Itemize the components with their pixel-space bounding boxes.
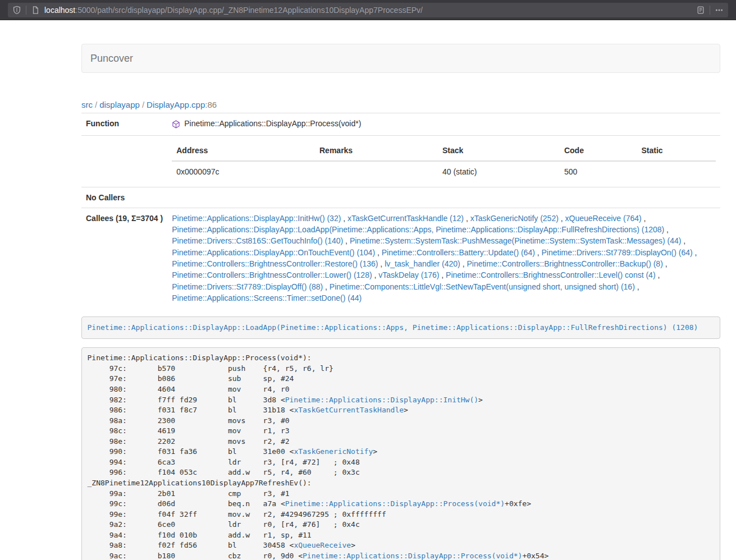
reader-mode-icon[interactable] bbox=[696, 6, 705, 15]
disassembly-text: 99a: 2b01 cmp r3, #1 bbox=[88, 489, 290, 498]
callee-separator: , bbox=[341, 214, 348, 223]
disassembly-text: 9a2: 6ce0 ldr r0, [r4, #76] ; 0x4c bbox=[88, 520, 360, 529]
stats-header-row: AddressRemarksStackCodeStatic bbox=[172, 140, 716, 161]
callee-link[interactable]: Pinetime::Applications::DisplayApp::OnTo… bbox=[172, 248, 375, 257]
callee-link[interactable]: Pinetime::Controllers::BrightnessControl… bbox=[467, 259, 662, 268]
highlighted-callee-link[interactable]: Pinetime::Applications::DisplayApp::Load… bbox=[88, 323, 698, 332]
callee-separator: , bbox=[464, 214, 470, 223]
function-name: Pinetime::Applications::DisplayApp::Proc… bbox=[184, 118, 361, 129]
no-callers-row: No Callers bbox=[81, 187, 720, 208]
urlbar-divider-right bbox=[710, 6, 710, 15]
function-row-label: Function bbox=[81, 113, 167, 136]
callee-link[interactable]: Pinetime::Controllers::Battery::Update()… bbox=[382, 248, 535, 257]
breadcrumb-link[interactable]: DisplayApp.cpp bbox=[147, 100, 205, 109]
brand-link[interactable]: Puncover bbox=[82, 44, 141, 72]
disassembly-text: +0xfe> bbox=[505, 499, 531, 508]
callee-separator: , bbox=[372, 270, 379, 279]
stats-value bbox=[315, 161, 438, 182]
callee-link[interactable]: Pinetime::System::SystemTask::PushMessag… bbox=[350, 236, 682, 245]
disassembly-text: 98e: 2202 movs r2, #2 bbox=[88, 437, 290, 446]
disassembly-symbol-link[interactable]: xQueueReceive bbox=[294, 541, 351, 549]
callee-link[interactable]: xTaskGetCurrentTaskHandle (12) bbox=[348, 214, 464, 223]
disassembly-text: 98c: 4619 mov r1, r3 bbox=[88, 426, 290, 435]
callee-link[interactable]: Pinetime::Drivers::St7789::DisplayOn() (… bbox=[542, 248, 693, 257]
stats-column-header: Remarks bbox=[315, 140, 438, 161]
disassembly-text: 994: 6ca3 ldr r3, [r4, #72] ; 0x48 bbox=[88, 458, 360, 466]
url-text[interactable]: localhost:5000/path/src/displayapp/Displ… bbox=[44, 6, 696, 15]
breadcrumb-separator: / bbox=[93, 100, 99, 109]
function-row: Function Pinetime::Applications::Display… bbox=[81, 113, 720, 136]
callee-separator: , bbox=[559, 214, 565, 223]
stats-value bbox=[637, 161, 716, 182]
page-icon[interactable] bbox=[31, 6, 40, 15]
callee-separator: , bbox=[460, 259, 467, 268]
breadcrumb-line-number: :86 bbox=[205, 100, 217, 109]
callee-separator: , bbox=[635, 282, 639, 291]
no-callers-label: No Callers bbox=[81, 187, 167, 208]
disassembly-text: 9ac: b180 cbz r0, 9d0 < bbox=[88, 552, 303, 560]
stats-value-row: 0x0000097c40 (static)500 bbox=[172, 161, 716, 182]
disassembly-symbol-link[interactable]: Pinetime::Applications::DisplayApp::Proc… bbox=[303, 552, 522, 560]
page-actions-menu-icon[interactable] bbox=[715, 6, 724, 15]
callee-separator: , bbox=[343, 236, 350, 245]
disassembly-text: > bbox=[373, 447, 377, 456]
disassembly-symbol-link[interactable]: Pinetime::Applications::DisplayApp::Init… bbox=[285, 396, 478, 404]
disassembly-symbol-link[interactable]: xTaskGenericNotify bbox=[294, 447, 373, 456]
callee-link[interactable]: lv_task_handler (420) bbox=[385, 259, 460, 268]
disassembly-text: 996: f104 053c add.w r5, r4, #60 ; 0x3c bbox=[88, 468, 360, 476]
stats-table: AddressRemarksStackCodeStatic 0x0000097c… bbox=[172, 140, 716, 182]
callee-separator: , bbox=[535, 248, 542, 257]
callee-link[interactable]: Pinetime::Controllers::BrightnessControl… bbox=[172, 259, 378, 268]
callee-separator: , bbox=[663, 259, 668, 268]
breadcrumb: src/displayapp/DisplayApp.cpp:86 bbox=[81, 100, 720, 109]
callee-link[interactable]: xTaskGenericNotify (252) bbox=[470, 214, 559, 223]
highlighted-callee-box: Pinetime::Applications::DisplayApp::Load… bbox=[81, 316, 720, 339]
stats-column-header: Address bbox=[172, 140, 315, 161]
callee-separator: , bbox=[375, 248, 382, 257]
disassembly-text: 9a4: f10d 010b add.w r1, sp, #11 bbox=[88, 531, 312, 539]
breadcrumb-separator: / bbox=[140, 100, 147, 109]
disassembly-text: 982: f7ff fd29 bl 3d8 < bbox=[88, 396, 285, 404]
callee-link[interactable]: Pinetime::Controllers::BrightnessControl… bbox=[446, 270, 655, 279]
disassembly-symbol-link[interactable]: xTaskGetCurrentTaskHandle bbox=[294, 406, 404, 414]
callee-separator: , bbox=[439, 270, 446, 279]
disassembly-text: > bbox=[478, 396, 483, 404]
breadcrumb-link[interactable]: src bbox=[81, 100, 93, 109]
stats-column-header: Static bbox=[637, 140, 716, 161]
disassembly-text: 99c: d06d beq.n a7a < bbox=[88, 499, 285, 508]
urlbar-divider bbox=[26, 6, 26, 15]
disassembly-text: 990: f031 fa36 bl 31e00 < bbox=[88, 447, 294, 456]
shield-icon[interactable] bbox=[12, 6, 21, 15]
url-bar[interactable]: localhost:5000/path/src/displayapp/Displ… bbox=[8, 3, 728, 17]
stats-column-header: Stack bbox=[438, 140, 560, 161]
callee-separator: , bbox=[656, 270, 660, 279]
callee-link[interactable]: Pinetime::Drivers::St7789::DisplayOff() … bbox=[172, 282, 323, 291]
url-host: localhost bbox=[44, 6, 75, 15]
disassembly-text: 980: 4604 mov r4, r0 bbox=[88, 385, 290, 393]
callee-link[interactable]: Pinetime::Components::LittleVgl::SetNewT… bbox=[330, 282, 635, 291]
callee-separator: , bbox=[693, 248, 697, 257]
function-name-wrap: Pinetime::Applications::DisplayApp::Proc… bbox=[172, 118, 361, 129]
callee-link[interactable]: Pinetime::Applications::DisplayApp::Load… bbox=[172, 225, 664, 234]
disassembly-text: 99e: f04f 32ff mov.w r2, #4294967295 ; 0… bbox=[88, 510, 386, 518]
callee-link[interactable]: Pinetime::Controllers::BrightnessControl… bbox=[172, 270, 372, 279]
function-table: Function Pinetime::Applications::Display… bbox=[81, 113, 720, 308]
disassembly-symbol-link[interactable]: Pinetime::Applications::DisplayApp::Proc… bbox=[285, 499, 505, 508]
disassembly-text: 97c: b570 push {r4, r5, r6, lr} bbox=[88, 364, 333, 373]
callee-separator: , bbox=[681, 236, 685, 245]
disassembly-text: +0x54> bbox=[522, 552, 548, 560]
callee-link[interactable]: xQueueReceive (764) bbox=[565, 214, 642, 223]
callee-link[interactable]: Pinetime::Applications::DisplayApp::Init… bbox=[172, 214, 341, 223]
disassembly-text: 97e: b086 sub sp, #24 bbox=[88, 374, 294, 383]
callee-link[interactable]: Pinetime::Drivers::Cst816S::GetTouchInfo… bbox=[172, 236, 343, 245]
breadcrumb-link[interactable]: displayapp bbox=[99, 100, 140, 109]
stats-value: 0x0000097c bbox=[172, 161, 315, 182]
disassembly-text: > bbox=[351, 541, 355, 549]
browser-chrome: localhost:5000/path/src/displayapp/Displ… bbox=[0, 0, 736, 20]
callee-link[interactable]: Pinetime::Applications::Screens::Timer::… bbox=[172, 293, 362, 302]
function-stats-row: AddressRemarksStackCodeStatic 0x0000097c… bbox=[81, 135, 720, 187]
disassembly-text: > bbox=[404, 406, 408, 414]
callee-link[interactable]: vTaskDelay (176) bbox=[378, 270, 439, 279]
disassembly-block: Pinetime::Applications::DisplayApp::Proc… bbox=[81, 347, 720, 560]
callees-row: Callees (19, Σ=3704 ) Pinetime::Applicat… bbox=[81, 208, 720, 308]
